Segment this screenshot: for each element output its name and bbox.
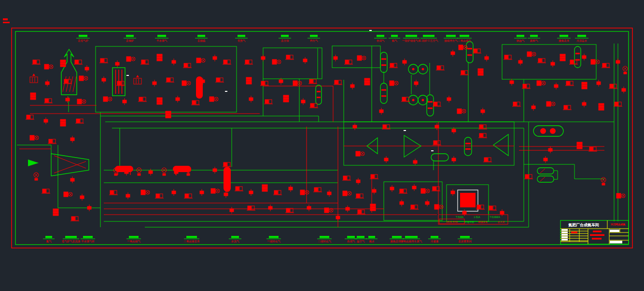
drawing-name-bar — [593, 231, 602, 233]
equipment-part — [187, 174, 190, 175]
stream-label: 去造气炉 — [78, 39, 88, 42]
equipment-part — [527, 52, 532, 57]
stream-label: 一氧化碳气 — [127, 240, 140, 243]
equipment-part — [582, 102, 586, 105]
equipment-part — [591, 59, 595, 64]
vessel-band — [317, 91, 321, 92]
equipment-part — [356, 194, 360, 198]
equipment-part — [485, 57, 489, 59]
stream-label: 去锅炉 — [126, 39, 134, 42]
stream-label: 氮气 — [46, 240, 52, 243]
stream-arrow-bar — [129, 236, 139, 238]
equipment-symbol — [283, 95, 289, 102]
equipment-part — [582, 56, 586, 58]
equipment-part — [283, 98, 289, 100]
equipment-part — [249, 98, 253, 101]
drawing-name-bar — [592, 238, 602, 240]
equipment-part — [479, 125, 483, 129]
equipment-part — [602, 183, 605, 185]
stream-arrow-bar — [460, 236, 470, 238]
equipment-part — [224, 193, 228, 196]
signature-cell — [561, 232, 568, 233]
equipment-part — [525, 175, 529, 178]
vessel-band — [381, 58, 386, 60]
equipment-part — [358, 210, 361, 214]
white-tick — [225, 91, 227, 92]
equipment-symbol — [582, 82, 587, 89]
stream-arrow-bar — [392, 236, 402, 238]
equipment-part — [30, 93, 36, 95]
equipment-part — [166, 114, 171, 116]
equipment-part — [272, 59, 277, 64]
equipment-part — [166, 116, 171, 118]
equipment-part — [479, 133, 483, 137]
equipment-part — [45, 82, 49, 85]
vessel-band — [428, 101, 433, 102]
equipment-part — [44, 119, 48, 122]
equipment-part — [433, 187, 436, 190]
equipment-part — [357, 56, 362, 60]
equipment-part — [589, 147, 593, 151]
stream-arrow-bar — [281, 35, 289, 37]
equipment-part — [484, 158, 488, 161]
equipment-part — [300, 190, 305, 195]
equipment-part — [461, 71, 464, 74]
tag-label: 1631 FFD — [446, 220, 458, 223]
white-tick — [431, 150, 434, 151]
stream-arrow-bar — [431, 236, 438, 238]
equipment-part — [156, 194, 159, 198]
vessel-band — [465, 143, 471, 144]
vessel-band — [381, 89, 386, 91]
equipment-part — [157, 102, 162, 104]
stream-label: 驰放气 — [516, 39, 525, 43]
equipment-part — [307, 206, 311, 209]
stream-arrow-bar — [347, 236, 355, 238]
equipment-part — [117, 81, 121, 85]
stream-arrow-bar — [368, 236, 375, 238]
equipment-part — [174, 171, 178, 174]
exchanger-core — [422, 99, 424, 102]
cad-drawing-canvas[interactable]: 去造气炉去锅炉半水煤气去脱硫变换气去压缩再生气合成气氨气一段炉烟道气体二段炉工艺… — [0, 0, 644, 291]
equipment-part — [548, 148, 552, 151]
stream-label: 变换气 — [238, 39, 246, 43]
equipment-part — [370, 209, 376, 211]
note-label: 现场安装 — [478, 220, 488, 224]
tag-label: 1-51A — [474, 216, 480, 218]
equipment-part — [425, 202, 429, 204]
exchanger-core — [412, 68, 415, 71]
stream-arrow-bar — [197, 35, 205, 37]
vessel-band — [317, 97, 321, 98]
drawing-code: 10万吨合成氨 — [611, 223, 626, 226]
equipment-part — [210, 97, 214, 102]
equipment-part — [364, 81, 370, 83]
equipment-part — [390, 63, 393, 67]
equipment-part — [504, 55, 508, 59]
vessel-band — [467, 48, 472, 49]
white-tick — [404, 130, 406, 131]
equipment-part — [157, 57, 162, 58]
equipment-part — [336, 216, 340, 219]
equipment-part — [371, 175, 374, 178]
equipment-part — [75, 60, 78, 64]
signature-cell-red — [571, 232, 577, 233]
equipment-part — [327, 192, 331, 195]
vessel-band — [428, 107, 433, 109]
equipment-part — [372, 189, 376, 192]
equipment-part — [451, 52, 455, 55]
equipment-part — [60, 124, 66, 126]
equipment-part — [403, 60, 406, 63]
equipment-symbol — [370, 204, 376, 211]
exchanger-core — [412, 99, 415, 102]
stream-label: 放空气 — [357, 240, 365, 243]
equipment-part — [100, 58, 104, 62]
equipment-part — [123, 100, 126, 103]
red-horizontal-drum — [115, 166, 133, 172]
stream-label: 水洗气 — [231, 240, 239, 243]
equipment-part — [30, 135, 34, 140]
equipment-part — [230, 209, 234, 212]
red-column-vessel — [224, 167, 231, 192]
equipment-part — [172, 60, 176, 63]
stream-arrow-bar — [65, 236, 77, 238]
stream-label: 氨气 — [392, 39, 398, 42]
stream-label: 新鲜气 — [530, 39, 538, 42]
